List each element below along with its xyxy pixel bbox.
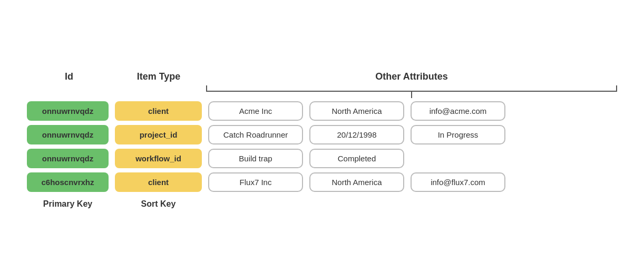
id-badge: onnuwrnvqdz	[27, 125, 109, 144]
attr-cell-3-empty	[411, 155, 505, 163]
type-badge: client	[115, 101, 202, 121]
type-badge: client	[115, 172, 202, 192]
header-row: Id Item Type Other Attributes	[27, 71, 617, 96]
id-badge: c6hoscnvrxhz	[27, 172, 109, 192]
id-badge: onnuwrnvqdz	[27, 101, 109, 121]
other-attrs-title: Other Attributes	[375, 71, 447, 82]
type-badge: project_id	[115, 125, 202, 144]
data-rows: onnuwrnvqdz client Acme Inc North Americ…	[27, 101, 617, 192]
attr-cell-2: North America	[309, 101, 404, 121]
table-row: onnuwrnvqdz project_id Catch Roadrunner …	[27, 125, 617, 144]
table-row: onnuwrnvqdz client Acme Inc North Americ…	[27, 101, 617, 121]
sort-key-label: Sort Key	[115, 199, 202, 209]
attr-cell-1: Acme Inc	[208, 101, 303, 121]
center-tick	[411, 91, 412, 98]
type-badge: workflow_id	[115, 149, 202, 168]
attr-cell-3: info@acme.com	[411, 101, 505, 121]
attr-cell-1: Build trap	[208, 149, 303, 168]
attr-cell-3: info@flux7.com	[411, 172, 505, 192]
table-row: onnuwrnvqdz workflow_id Build trap Compl…	[27, 149, 617, 168]
id-badge: onnuwrnvqdz	[27, 149, 109, 168]
diagram: Id Item Type Other Attributes onnuwrnvqd…	[6, 61, 638, 219]
attr-cell-1: Catch Roadrunner	[208, 125, 303, 144]
table-row: c6hoscnvrxhz client Flux7 Inc North Amer…	[27, 172, 617, 192]
id-column-header: Id	[27, 71, 111, 82]
bracket-decoration	[206, 85, 617, 96]
attr-cell-3: In Progress	[411, 125, 505, 144]
attr-cell-2: Completed	[309, 149, 404, 168]
primary-key-label: Primary Key	[27, 199, 109, 209]
attr-cell-2: 20/12/1998	[309, 125, 404, 144]
attr-cell-1: Flux7 Inc	[208, 172, 303, 192]
attr-cell-2: North America	[309, 172, 404, 192]
type-column-header: Item Type	[111, 71, 206, 82]
other-attrs-section: Other Attributes	[206, 71, 617, 96]
footer-row: Primary Key Sort Key	[27, 199, 617, 209]
